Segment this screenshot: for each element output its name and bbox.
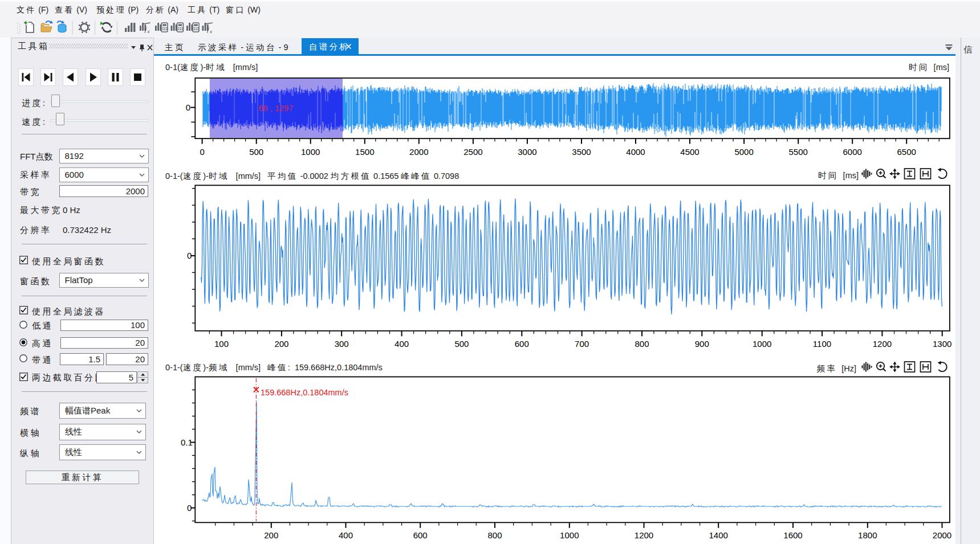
svg-text:1400: 1400	[709, 530, 728, 540]
svg-text:300: 300	[335, 339, 349, 349]
svg-text:1800: 1800	[858, 530, 877, 540]
svg-text:1200: 1200	[873, 339, 892, 349]
svg-text:500: 500	[454, 339, 469, 349]
svg-text:200: 200	[274, 339, 288, 349]
svg-text:x: x	[147, 28, 150, 34]
svg-text:1300: 1300	[933, 339, 951, 349]
svg-text:3500: 3500	[572, 147, 591, 157]
svg-text:800: 800	[487, 530, 502, 540]
svg-text:400: 400	[395, 339, 409, 349]
svg-text:1500: 1500	[355, 147, 374, 157]
svg-text:x: x	[209, 28, 212, 34]
svg-text:0: 0	[186, 103, 190, 112]
svg-text:5500: 5500	[789, 147, 808, 157]
svg-text:1600: 1600	[783, 530, 802, 540]
svg-text:600: 600	[413, 530, 428, 540]
svg-text:1000: 1000	[753, 339, 771, 349]
svg-text:1000: 1000	[301, 147, 320, 157]
svg-text:4000: 4000	[626, 147, 645, 157]
svg-text:600: 600	[515, 339, 529, 349]
svg-text:800: 800	[635, 339, 649, 349]
svg-text:68 , 1297: 68 , 1297	[259, 104, 293, 113]
svg-text:1200: 1200	[635, 530, 653, 540]
svg-text:4500: 4500	[680, 147, 699, 157]
svg-text:5000: 5000	[734, 147, 753, 157]
svg-text:2500: 2500	[463, 147, 482, 157]
svg-text:1100: 1100	[813, 339, 831, 349]
svg-text:700: 700	[575, 339, 589, 349]
svg-text:6000: 6000	[843, 147, 862, 157]
svg-text:0: 0	[187, 251, 192, 260]
svg-text:6500: 6500	[897, 147, 916, 157]
svg-text:0.1: 0.1	[181, 437, 193, 447]
svg-text:0: 0	[187, 503, 192, 513]
svg-text:1000: 1000	[560, 530, 579, 540]
svg-text:2000: 2000	[933, 530, 951, 540]
svg-text:100: 100	[214, 339, 229, 349]
svg-text:200: 200	[264, 530, 278, 540]
svg-text:400: 400	[339, 530, 353, 540]
svg-text:0: 0	[200, 147, 204, 157]
svg-text:900: 900	[695, 339, 709, 349]
svg-text:3000: 3000	[518, 147, 536, 157]
svg-text:2000: 2000	[409, 147, 428, 157]
svg-text:500: 500	[249, 147, 263, 157]
svg-text:159.668Hz,0.1804mm/s: 159.668Hz,0.1804mm/s	[261, 388, 348, 397]
